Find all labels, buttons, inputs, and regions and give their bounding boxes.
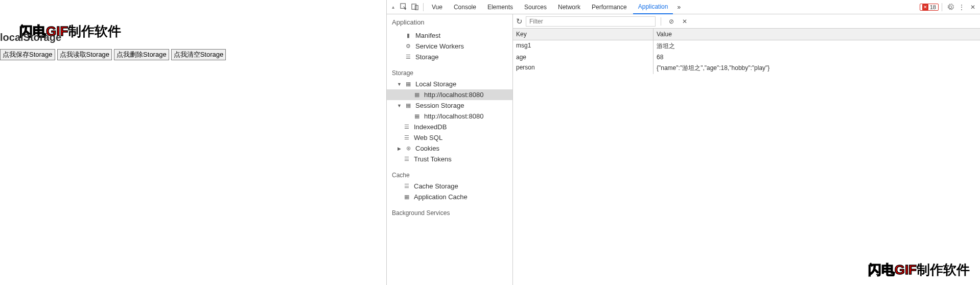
- sidebar-section-storage: Storage: [387, 66, 512, 79]
- chevron-down-icon: ▼: [397, 82, 401, 87]
- sidebar-item-trust-tokens[interactable]: ☰Trust Tokens: [387, 154, 512, 164]
- database-icon: ☰: [403, 134, 410, 141]
- sidebar-item-manifest[interactable]: ▶▮Manifest: [387, 30, 512, 41]
- separator: [661, 17, 661, 26]
- sidebar-item-cache-storage[interactable]: ☰Cache Storage: [387, 181, 512, 192]
- tab-sources[interactable]: Sources: [519, 1, 552, 14]
- table-row[interactable]: msg1游坦之: [513, 40, 980, 52]
- kebab-menu-icon[interactable]: ⋮: [956, 2, 967, 12]
- error-badge[interactable]: ✕18: [920, 4, 939, 11]
- clear-all-icon[interactable]: ⊘: [666, 16, 676, 27]
- database-icon: ☰: [405, 54, 412, 61]
- separator: [942, 3, 942, 11]
- sidebar-item-session-storage[interactable]: ▼▦Session Storage: [387, 100, 512, 111]
- sidebar-section-cache: Cache: [387, 169, 512, 181]
- sidebar-item-cookies[interactable]: ▶⊛Cookies: [387, 143, 512, 154]
- sidebar-section-background-services: Background Services: [387, 206, 512, 219]
- chevron-down-icon: ▼: [397, 103, 401, 108]
- sidebar-item-local-storage-origin[interactable]: ▦http://localhost:8080: [387, 89, 512, 100]
- storage-content: ↻ ⊘ ✕ Key Value msg1游坦之 age68 person{"na…: [513, 14, 980, 285]
- close-devtools-icon[interactable]: ✕: [968, 2, 978, 12]
- storage-table-header: Key Value: [513, 29, 980, 40]
- file-icon: ▮: [405, 32, 412, 39]
- read-storage-button[interactable]: 点我读取Storage: [57, 49, 112, 60]
- tab-network[interactable]: Network: [553, 1, 586, 14]
- sidebar-item-session-storage-origin[interactable]: ▦http://localhost:8080: [387, 111, 512, 122]
- column-key[interactable]: Key: [513, 29, 654, 40]
- grid-icon: ▦: [405, 81, 412, 88]
- sidebar-item-service-workers[interactable]: ▶⚙Service Workers: [387, 41, 512, 52]
- inspect-element-icon[interactable]: [399, 2, 409, 12]
- clear-storage-button[interactable]: 点我清空Storage: [171, 49, 226, 60]
- delete-storage-button[interactable]: 点我删除Storage: [114, 49, 169, 60]
- tab-application[interactable]: Application: [633, 0, 673, 14]
- settings-gear-icon[interactable]: [945, 2, 955, 12]
- refresh-icon[interactable]: ↻: [516, 17, 523, 26]
- collapse-arrow-icon[interactable]: ▴: [389, 4, 398, 10]
- watermark: 闪电GIF制作软件: [868, 261, 970, 279]
- separator: [423, 3, 424, 11]
- page-viewport: 闪电GIF制作软件 localStorage 点我保存Storage 点我读取S…: [0, 0, 386, 285]
- grid-icon: ▦: [405, 102, 412, 109]
- database-icon: ☰: [403, 183, 410, 190]
- grid-icon: ▦: [403, 194, 410, 201]
- tab-console[interactable]: Console: [449, 1, 481, 14]
- device-toolbar-icon[interactable]: [410, 2, 420, 12]
- sidebar-item-application-cache[interactable]: ▦Application Cache: [387, 192, 512, 202]
- delete-selected-icon[interactable]: ✕: [680, 16, 690, 27]
- grid-icon: ▦: [413, 113, 421, 120]
- database-icon: ☰: [403, 124, 410, 131]
- storage-table-body: msg1游坦之 age68 person{"name":"游坦之","age":…: [513, 40, 980, 285]
- tab-vue[interactable]: Vue: [427, 1, 448, 14]
- column-value[interactable]: Value: [654, 29, 980, 40]
- sidebar-item-indexeddb[interactable]: ☰IndexedDB: [387, 122, 512, 132]
- storage-toolbar: ↻ ⊘ ✕: [513, 14, 980, 29]
- svg-rect-1: [411, 4, 415, 9]
- table-row[interactable]: age68: [513, 52, 980, 62]
- error-count: 18: [930, 4, 936, 10]
- save-storage-button[interactable]: 点我保存Storage: [0, 49, 55, 60]
- sidebar-section-application: Application: [387, 14, 512, 30]
- sidebar-item-websql[interactable]: ☰Web SQL: [387, 132, 512, 143]
- page-title: localStorage: [0, 32, 61, 43]
- more-tabs-icon[interactable]: »: [674, 4, 684, 11]
- chevron-right-icon: ▶: [397, 146, 401, 151]
- error-x-icon: ✕: [922, 4, 928, 10]
- devtools: ▴ Vue Console Elements Sources Network P…: [386, 0, 980, 285]
- application-sidebar: Application ▶▮Manifest ▶⚙Service Workers…: [387, 14, 513, 285]
- gear-icon: ⚙: [405, 43, 412, 50]
- grid-icon: ▦: [413, 91, 421, 99]
- filter-input[interactable]: [526, 16, 656, 27]
- button-row: 点我保存Storage 点我读取Storage 点我删除Storage 点我清空…: [0, 49, 226, 60]
- table-row[interactable]: person{"name":"游坦之","age":18,"hobby":"pl…: [513, 62, 980, 74]
- database-icon: ☰: [403, 156, 410, 163]
- tab-performance[interactable]: Performance: [587, 1, 632, 14]
- cookie-icon: ⊛: [405, 145, 412, 152]
- sidebar-item-storage[interactable]: ▶☰Storage: [387, 52, 512, 62]
- sidebar-item-local-storage[interactable]: ▼▦Local Storage: [387, 79, 512, 89]
- devtools-tabbar: ▴ Vue Console Elements Sources Network P…: [387, 0, 980, 14]
- tab-elements[interactable]: Elements: [482, 1, 518, 14]
